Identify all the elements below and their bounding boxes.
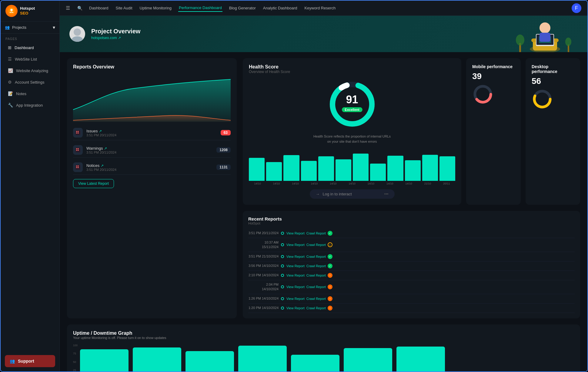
notices-info: Notices ↗ 3:51 PM 20/11/2024 xyxy=(86,163,213,171)
project-url[interactable]: hotspotseo.com ↗ xyxy=(91,36,121,40)
view-report-link[interactable]: View Report xyxy=(286,255,305,258)
topnav-performance-dashboard[interactable]: Performance Dashboard xyxy=(178,4,222,12)
view-report-link[interactable]: View Report xyxy=(286,243,305,247)
report-row-links: View ReportCrawl Report△ xyxy=(286,242,575,247)
pages-section-label: PAGES xyxy=(1,34,59,42)
bar-label: 14/10 xyxy=(287,182,304,185)
svg-point-20 xyxy=(78,132,79,134)
view-report-link[interactable]: View Report xyxy=(286,264,305,268)
sidebar-item-website-list[interactable]: ☰ WebSite List xyxy=(3,54,57,65)
sidebar-item-account-settings[interactable]: ⚙ Account Settings xyxy=(3,77,57,88)
issues-info: Issues ↗ 3:51 PM 20/11/2024 xyxy=(86,129,217,137)
login-bar[interactable]: → Log in to interact ••• xyxy=(310,189,395,199)
uptime-bar xyxy=(133,347,181,371)
topnav-blog-generator[interactable]: Blog Generator xyxy=(229,5,256,12)
view-report-link[interactable]: View Report xyxy=(286,274,305,277)
warnings-badge: 1208 xyxy=(216,147,231,153)
sidebar-item-app-integration[interactable]: 🔧 App Integration xyxy=(3,100,57,111)
svg-point-22 xyxy=(76,148,77,149)
bar-item xyxy=(283,155,299,181)
crawl-report-link[interactable]: Crawl Report xyxy=(306,306,326,310)
dots-icon: ••• xyxy=(384,192,389,196)
mobile-performance-card: Mobile performance 39 xyxy=(466,58,521,205)
uptime-bar xyxy=(185,351,234,371)
status-badge: ✓ xyxy=(328,254,332,259)
crawl-report-link[interactable]: Crawl Report xyxy=(306,264,326,268)
topnav-analytic-dashboard[interactable]: Analytic Dashboard xyxy=(262,5,298,12)
topnav-uptime-monitoring[interactable]: Uptime Monitoring xyxy=(139,5,172,12)
crawl-report-link[interactable]: Crawl Report xyxy=(306,243,326,247)
arrow-right-icon: → xyxy=(316,192,320,196)
view-report-link[interactable]: View Report xyxy=(286,231,305,235)
report-items-list: Issues ↗ 3:51 PM 20/11/2024 63 xyxy=(73,125,231,175)
warnings-icon xyxy=(73,145,83,155)
topnav-right: F xyxy=(572,3,581,13)
status-badge: ! xyxy=(328,273,332,278)
svg-point-19 xyxy=(76,132,77,134)
desktop-donut xyxy=(532,88,553,110)
reports-area-chart xyxy=(73,73,231,122)
svg-point-15 xyxy=(565,38,571,46)
crawl-report-link[interactable]: Crawl Report xyxy=(306,231,326,235)
report-row: 1:20 PM 14/10/2024View ReportCrawl Repor… xyxy=(248,304,575,313)
bar-item xyxy=(301,161,317,181)
report-row-links: View ReportCrawl Report! xyxy=(286,273,575,278)
report-row: 2:04 PM 14/10/2024View ReportCrawl Repor… xyxy=(248,280,575,294)
sidebar-item-notes[interactable]: 📝 Notes xyxy=(3,88,57,99)
crawl-report-link[interactable]: Crawl Report xyxy=(306,285,326,289)
uptime-bar xyxy=(344,348,392,371)
bar-item xyxy=(336,159,351,181)
health-score-subtitle: Overview of Health Score xyxy=(249,70,290,74)
projects-dropdown[interactable]: 👥 Projects ▾ xyxy=(1,22,59,34)
report-row: 3:51 PM 21/10/2024View ReportCrawl Repor… xyxy=(248,252,575,261)
svg-point-24 xyxy=(76,150,77,151)
svg-point-10 xyxy=(540,22,550,33)
logo[interactable]: HotspotSEO xyxy=(1,1,59,22)
report-item-notices: Notices ↗ 3:51 PM 20/11/2024 1131 xyxy=(73,160,231,175)
timeline-dot xyxy=(281,232,284,235)
bar-item xyxy=(353,154,369,181)
topnav-keyword-research[interactable]: Keyword Reserch xyxy=(304,5,336,12)
bar-label: 14/10 xyxy=(324,182,342,185)
svg-point-17 xyxy=(76,131,77,132)
user-avatar[interactable]: F xyxy=(572,3,581,13)
report-row-time: 2:10 PM 14/10/2024 xyxy=(248,273,279,277)
uptime-y-axis: 100 75 50 25 0 xyxy=(73,344,80,371)
bar-label: 14/10 xyxy=(400,182,417,185)
analyze-icon: 📈 xyxy=(8,68,13,73)
uptime-bar xyxy=(396,347,445,371)
crawl-report-link[interactable]: Crawl Report xyxy=(306,274,326,277)
status-badge: ! xyxy=(328,284,332,289)
timeline-dot xyxy=(281,264,284,267)
view-report-link[interactable]: View Report xyxy=(286,285,305,289)
bar-item xyxy=(249,158,265,181)
sidebar-item-website-analyzing[interactable]: 📈 Website Analyzing xyxy=(3,65,57,76)
report-row-time: 1:26 PM 14/10/2024 xyxy=(248,296,279,301)
svg-point-27 xyxy=(76,165,77,167)
bar-label: 14/10 xyxy=(306,182,323,185)
menu-icon[interactable]: ☰ xyxy=(66,5,70,11)
bar-item xyxy=(405,160,421,181)
topnav-dashboard[interactable]: Dashboard xyxy=(89,5,109,12)
main-content: ☰ 🔍 Dashboard Site Audit Uptime Monitori… xyxy=(60,1,587,371)
view-report-link[interactable]: View Report xyxy=(286,297,305,301)
view-latest-button[interactable]: View Latest Report xyxy=(73,179,114,188)
sidebar-item-dashboard[interactable]: ⊞ Dashboard xyxy=(3,42,57,53)
health-score-donut: 91 Excellent xyxy=(328,80,376,128)
search-icon[interactable]: 🔍 xyxy=(77,6,82,11)
projects-label: 👥 Projects xyxy=(5,25,26,30)
notices-badge: 1131 xyxy=(216,164,231,170)
timeline-dot xyxy=(281,307,284,310)
dashboard-icon: ⊞ xyxy=(8,45,12,50)
sidebar: HotspotSEO 👥 Projects ▾ PAGES ⊞ Dashboar… xyxy=(1,1,60,371)
svg-point-13 xyxy=(516,35,524,45)
status-badge: △ xyxy=(328,242,332,247)
view-report-link[interactable]: View Report xyxy=(286,306,305,310)
crawl-report-link[interactable]: Crawl Report xyxy=(306,255,326,258)
crawl-report-link[interactable]: Crawl Report xyxy=(306,297,326,301)
timeline-dot xyxy=(281,297,284,300)
topnav-site-audit[interactable]: Site Audit xyxy=(115,5,133,12)
svg-point-1 xyxy=(10,9,13,11)
project-name: Project Overview xyxy=(91,28,140,35)
support-button[interactable]: 👥 Support xyxy=(5,355,55,367)
